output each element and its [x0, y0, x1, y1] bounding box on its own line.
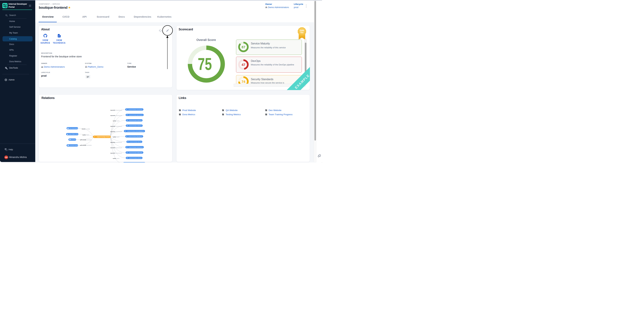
svg-text:component:boutique-adservice: component:boutique-adservice — [130, 141, 142, 142]
svg-text:system:Platform_Demo: system:Platform_Demo — [69, 134, 78, 135]
svg-text:dependsOn / dependencyOf: dependsOn / dependencyOf — [110, 152, 122, 154]
svg-text:dependsOn / dependencyOf: dependsOn / dependencyOf — [110, 109, 122, 111]
svg-text:?: ? — [5, 148, 6, 150]
svg-text:dependsOn / dependencyOf: dependsOn / dependencyOf — [110, 147, 122, 148]
svg-text:component:boutique-currencyser: component:boutique-currencyservice — [128, 109, 142, 110]
svg-text:Demo Administrators: Demo Administrators — [69, 128, 78, 129]
svg-text:api:petstore: api:petstore — [71, 139, 77, 140]
svg-text:component:boutique-frontend: component:boutique-frontend — [97, 136, 110, 137]
svg-text:component:boutique-cartservice: component:boutique-cartservice — [129, 157, 142, 158]
svg-text:ownerOf / ownedBy: ownerOf / ownedBy — [82, 128, 90, 129]
svg-text:component:boutique-paymentserv: component:boutique-paymentservice — [129, 115, 143, 116]
svg-text:dependsOn / dependencyOf: dependsOn / dependencyOf — [110, 115, 122, 116]
svg-text:dependsOn / dependencyOf: dependsOn / dependencyOf — [110, 131, 122, 132]
svg-text:hasPart / partOf: hasPart / partOf — [82, 134, 89, 135]
svg-text:dependsOn / dependencyOf: dependsOn / dependencyOf — [110, 142, 122, 143]
svg-text:hasPart / partOf: hasPart / partOf — [113, 120, 119, 121]
svg-text:hasPart / partOf: hasPart / partOf — [113, 136, 119, 137]
svg-text:apiProvidedBy / providesApi: apiProvidedBy / providesApi — [80, 145, 92, 146]
svg-text:75: 75 — [198, 54, 212, 74]
svg-text:74: 74 — [242, 79, 245, 83]
svg-text:87: 87 — [242, 45, 245, 49]
svg-text:api:starwars-graphql: api:starwars-graphql — [69, 145, 78, 146]
svg-text:component:boutique-productcata: component:boutique-productcatalogservice — [127, 131, 144, 132]
svg-text:hasPart / partOf: hasPart / partOf — [113, 158, 119, 159]
svg-text:dependsOn / dependencyOf: dependsOn / dependencyOf — [110, 126, 122, 127]
svg-text:component:boutique-redisservic: component:boutique-redisservice — [129, 120, 142, 121]
svg-text:component:boutique-shippingser: component:boutique-shippingservice — [128, 136, 142, 137]
svg-text:apiProvidedBy / providesApi: apiProvidedBy / providesApi — [80, 139, 92, 140]
svg-text:component:boutique-emailservic: component:boutique-emailservice — [129, 125, 142, 126]
svg-text:Gold: Gold — [300, 29, 304, 31]
svg-text:component:boutique-checkoutser: component:boutique-checkoutservice — [128, 147, 143, 148]
svg-text:component:boutique-loadgenerat: component:boutique-loadgenerator — [129, 152, 142, 153]
svg-text:Tier: Tier — [300, 31, 304, 33]
svg-text:47: 47 — [242, 63, 245, 67]
